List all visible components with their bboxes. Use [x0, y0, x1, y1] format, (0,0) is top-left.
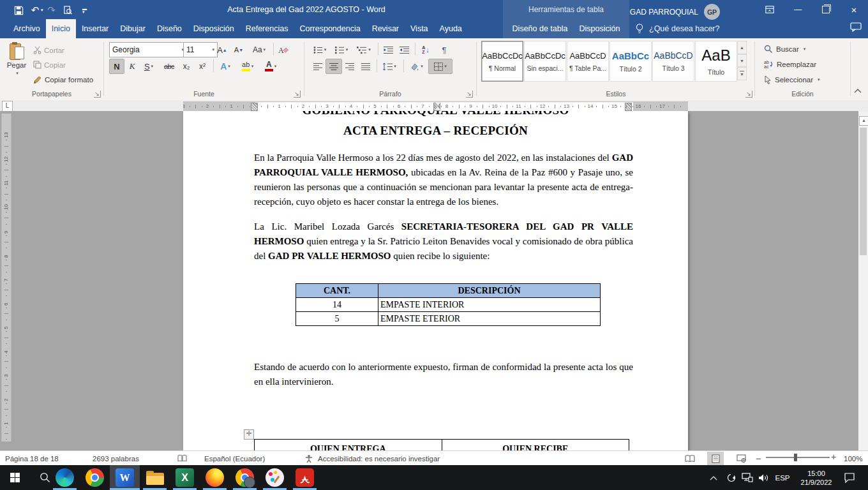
- read-mode-button[interactable]: [682, 452, 698, 465]
- scrollbar-thumb[interactable]: [860, 128, 867, 255]
- style-titulo-2[interactable]: AaBbCc Título 2: [610, 41, 652, 82]
- feedback-icon[interactable]: [850, 22, 862, 32]
- superscript-button[interactable]: x²: [194, 59, 211, 74]
- tab-archivo[interactable]: Archivo: [8, 19, 46, 38]
- strikethrough-button[interactable]: abc: [160, 59, 178, 74]
- zoom-out-button[interactable]: −: [756, 451, 761, 466]
- tab-diseno[interactable]: Diseño: [151, 19, 188, 38]
- start-button[interactable]: [0, 465, 30, 490]
- grow-font-button[interactable]: A▲: [214, 42, 230, 57]
- font-color-button[interactable]: A▾: [260, 59, 281, 74]
- table-column-marker[interactable]: [251, 103, 258, 111]
- zoom-slider-thumb[interactable]: [794, 454, 797, 461]
- tray-onedrive-icon[interactable]: [723, 465, 739, 490]
- borders-button[interactable]: ▾: [428, 59, 453, 74]
- close-button[interactable]: ×: [840, 0, 868, 19]
- taskbar-chrome-profile[interactable]: [230, 465, 260, 490]
- numbering-button[interactable]: ▾: [331, 42, 352, 57]
- language-indicator[interactable]: Español (Ecuador): [204, 451, 265, 466]
- underline-button[interactable]: S▾: [139, 59, 158, 74]
- paragraph-dialog-launcher[interactable]: ↘: [466, 91, 473, 98]
- font-family-select[interactable]: Georgia▾: [109, 42, 187, 57]
- taskbar-firefox[interactable]: [200, 465, 230, 490]
- customize-qat-button[interactable]: ▬▾: [77, 3, 93, 17]
- tab-disposicion-tabla[interactable]: Disposición: [573, 19, 625, 38]
- zoom-level[interactable]: 100%: [844, 451, 862, 466]
- paste-button[interactable]: Pegar ▾: [4, 41, 29, 88]
- clear-formatting-button[interactable]: A: [275, 42, 292, 57]
- page-indicator[interactable]: Página 18 de 18: [5, 451, 59, 466]
- tell-me-search[interactable]: ¿Qué desea hacer?: [635, 19, 720, 38]
- styles-more-button[interactable]: ▼: [737, 67, 747, 80]
- style-table-paragraph[interactable]: AaBbCcD ¶ Table Pa...: [567, 41, 609, 82]
- document-page[interactable]: GOBIERNO PARROQUIAL VALLE HERMOSO ACTA E…: [183, 111, 688, 450]
- proofing-icon[interactable]: [177, 451, 187, 466]
- minimize-button[interactable]: —: [784, 0, 812, 19]
- tray-volume-icon[interactable]: [756, 465, 772, 490]
- font-dialog-launcher[interactable]: ↘: [294, 91, 301, 98]
- shading-button[interactable]: ▾: [405, 59, 427, 74]
- shrink-font-button[interactable]: A▼: [230, 42, 247, 57]
- vertical-scrollbar[interactable]: ▲: [858, 111, 868, 450]
- tray-language-indicator[interactable]: ESP: [772, 465, 793, 490]
- highlight-color-button[interactable]: ab▾: [236, 59, 259, 74]
- find-button[interactable]: Buscar▾: [764, 45, 805, 54]
- taskbar-file-explorer[interactable]: [140, 465, 170, 490]
- zoom-in-button[interactable]: +: [831, 452, 836, 462]
- styles-scroll-down-button[interactable]: ▼: [737, 54, 747, 68]
- style-normal[interactable]: AaBbCcDc ¶ Normal: [481, 41, 523, 82]
- tab-revisar[interactable]: Revisar: [366, 19, 405, 38]
- select-button[interactable]: Seleccionar▾: [764, 75, 820, 84]
- web-layout-button[interactable]: [733, 452, 749, 465]
- tray-network-icon[interactable]: [739, 465, 755, 490]
- ribbon-display-options-button[interactable]: [756, 0, 784, 19]
- show-paragraph-marks-button[interactable]: ¶: [436, 42, 453, 57]
- format-painter-button[interactable]: Copiar formato: [33, 73, 93, 86]
- change-case-button[interactable]: Aa▾: [248, 42, 270, 57]
- tab-referencias[interactable]: Referencias: [240, 19, 294, 38]
- collapse-ribbon-button[interactable]: [854, 88, 862, 93]
- cut-button[interactable]: Cortar: [33, 43, 64, 57]
- decrease-indent-button[interactable]: [380, 42, 396, 57]
- taskbar-edge[interactable]: [50, 465, 80, 490]
- account-info[interactable]: GAD PARROQUIAL GP: [630, 4, 720, 20]
- tab-correspondencia[interactable]: Correspondencia: [294, 19, 366, 38]
- word-count[interactable]: 2693 palabras: [93, 451, 139, 466]
- italic-button[interactable]: K: [125, 59, 139, 74]
- clipboard-dialog-launcher[interactable]: ↘: [94, 91, 101, 98]
- tab-inicio[interactable]: Inicio: [46, 19, 76, 38]
- bullets-button[interactable]: ▾: [310, 42, 330, 57]
- font-size-select[interactable]: 11▾: [183, 42, 218, 57]
- taskbar-word-active[interactable]: W: [110, 465, 140, 490]
- action-center-icon[interactable]: [841, 465, 857, 490]
- save-button[interactable]: [10, 3, 27, 17]
- copy-button[interactable]: Copiar: [33, 58, 66, 71]
- multilevel-list-button[interactable]: ▾: [353, 42, 375, 57]
- vertical-ruler[interactable]: 13121110987654321: [1, 114, 11, 442]
- tab-selector[interactable]: L: [2, 101, 13, 112]
- styles-scroll-up-button[interactable]: ▲: [737, 41, 747, 54]
- align-left-button[interactable]: [310, 59, 326, 74]
- accessibility-icon[interactable]: [304, 451, 313, 466]
- line-spacing-button[interactable]: ▾: [378, 59, 400, 74]
- bold-button[interactable]: N: [109, 59, 124, 74]
- tab-dibujar[interactable]: Dibujar: [114, 19, 151, 38]
- sort-button[interactable]: AZ↓: [417, 42, 435, 57]
- table-move-handle[interactable]: ✛: [244, 429, 254, 440]
- redo-button[interactable]: ↷: [43, 3, 60, 17]
- scroll-up-arrow[interactable]: ▲: [859, 116, 868, 126]
- text-effects-button[interactable]: A▾: [215, 59, 236, 74]
- styles-dialog-launcher[interactable]: ↘: [745, 91, 752, 98]
- tab-insertar[interactable]: Insertar: [76, 19, 114, 38]
- horizontal-ruler[interactable]: 3211234567891011121314151617: [183, 101, 688, 112]
- hanging-indent-marker[interactable]: [435, 107, 441, 110]
- taskbar-excel[interactable]: X: [170, 465, 200, 490]
- tab-vista[interactable]: Vista: [405, 19, 434, 38]
- taskbar-acrobat[interactable]: [290, 465, 320, 490]
- tray-show-hidden-icon[interactable]: [705, 465, 721, 490]
- style-titulo[interactable]: AaB Título: [695, 41, 737, 82]
- tab-disposicion[interactable]: Disposición: [188, 19, 240, 38]
- restore-button[interactable]: [812, 0, 840, 19]
- tab-diseno-de-tabla[interactable]: Diseño de tabla: [507, 19, 574, 38]
- replace-button[interactable]: abac Reemplazar: [764, 60, 816, 69]
